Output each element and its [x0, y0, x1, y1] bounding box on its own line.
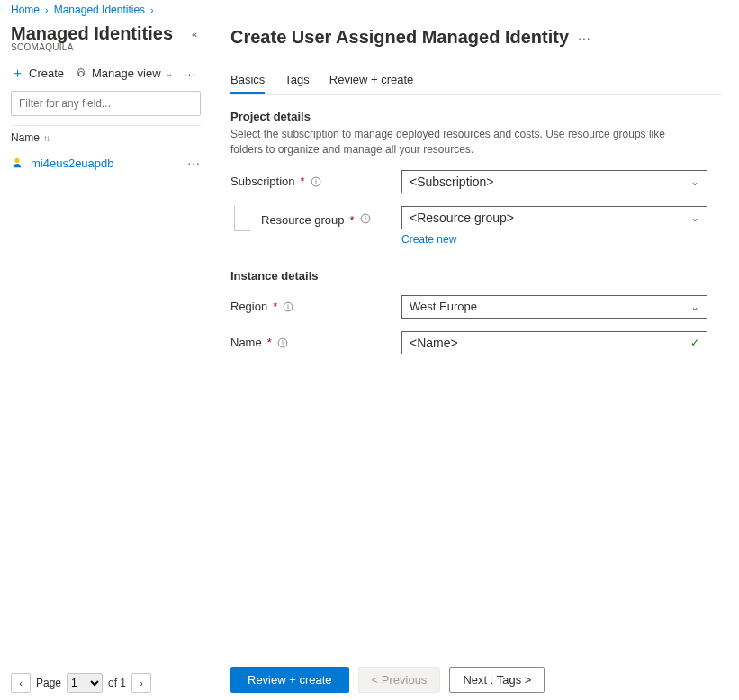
filter-input[interactable]: [11, 91, 201, 116]
chevron-down-icon: ⌄: [690, 211, 699, 224]
crumb-home[interactable]: Home: [11, 4, 40, 16]
tab-tags[interactable]: Tags: [284, 67, 309, 94]
svg-text:i: i: [315, 178, 317, 184]
filter-container: [11, 91, 201, 116]
resource-group-select[interactable]: <Resource group> ⌄: [401, 206, 707, 229]
create-label: Create: [29, 67, 64, 80]
svg-text:i: i: [282, 339, 284, 346]
page-title: Create User Assigned Managed Identity ··…: [230, 27, 721, 48]
list-header[interactable]: Name ↑↓: [11, 125, 201, 148]
svg-text:i: i: [288, 303, 290, 310]
of-label: of 1: [108, 677, 126, 689]
title-more-icon[interactable]: ···: [578, 31, 591, 45]
section-instance-details: Instance details: [230, 269, 721, 283]
chevron-right-icon: ›: [149, 4, 156, 15]
manage-view-button[interactable]: Manage view ⌄: [75, 67, 173, 80]
region-field: Region * i West Europe ⌄: [230, 295, 721, 319]
create-new-link[interactable]: Create new: [401, 233, 456, 246]
region-label: Region: [230, 300, 267, 313]
resource-group-value: <Resource group>: [410, 211, 514, 225]
footer-buttons: Review + create < Previous Next : Tags >: [230, 654, 721, 693]
section-project-details: Project details: [230, 110, 721, 123]
create-button[interactable]: ＋ Create: [11, 65, 64, 82]
directory-name: SCOMAQUILA: [11, 42, 201, 52]
subscription-value: <Subscription>: [410, 175, 493, 189]
name-column: Name: [11, 131, 40, 144]
pager: ‹ Page 1 of 1 ›: [11, 664, 201, 693]
next-page-button[interactable]: ›: [131, 673, 151, 693]
required-icon: *: [350, 213, 355, 227]
page-label: Page: [36, 677, 61, 689]
sort-down-icon: ↓: [46, 133, 50, 143]
tab-basics[interactable]: Basics: [230, 67, 265, 94]
info-icon[interactable]: i: [283, 301, 293, 312]
previous-button: < Previous: [358, 667, 441, 693]
project-help-text: Select the subscription to manage deploy…: [230, 127, 698, 157]
manage-view-label: Manage view: [92, 67, 161, 80]
page-select[interactable]: 1: [67, 673, 103, 693]
sidebar: Managed Identities « SCOMAQUILA ＋ Create…: [0, 20, 212, 700]
chevron-down-icon: ⌄: [166, 68, 173, 78]
region-select[interactable]: West Europe ⌄: [401, 295, 707, 319]
sidebar-title: Managed Identities: [11, 23, 173, 44]
main-panel: Create User Assigned Managed Identity ··…: [212, 20, 739, 700]
info-icon[interactable]: i: [360, 213, 371, 224]
tab-review[interactable]: Review + create: [329, 67, 414, 94]
tree-line: [234, 206, 250, 231]
svg-text:i: i: [365, 215, 366, 221]
list-item[interactable]: mi4eus2euapdb ···: [11, 148, 201, 177]
collapse-icon[interactable]: «: [188, 25, 201, 43]
info-icon[interactable]: i: [277, 337, 288, 348]
prev-page-button[interactable]: ‹: [11, 673, 31, 693]
review-create-button[interactable]: Review + create: [230, 667, 349, 693]
sidebar-toolbar: ＋ Create Manage view ⌄ ···: [11, 65, 201, 82]
gear-icon: [75, 67, 87, 80]
title-text: Create User Assigned Managed Identity: [230, 27, 569, 48]
required-icon: *: [267, 336, 272, 349]
subscription-label: Subscription: [230, 175, 295, 188]
plus-icon: ＋: [11, 65, 24, 82]
chevron-down-icon: ⌄: [690, 175, 699, 188]
name-input[interactable]: <Name> ✓: [401, 331, 707, 354]
resource-group-label: Resource group: [261, 213, 345, 227]
required-icon: *: [301, 175, 305, 188]
crumb-managed-identities[interactable]: Managed Identities: [54, 4, 145, 16]
identity-icon: [11, 157, 23, 169]
info-icon[interactable]: i: [311, 176, 321, 187]
breadcrumb: Home › Managed Identities ›: [0, 0, 739, 20]
chevron-right-icon: ›: [43, 4, 50, 15]
tabs: Basics Tags Review + create: [230, 67, 721, 94]
name-label: Name: [230, 336, 262, 349]
region-value: West Europe: [410, 300, 477, 313]
next-button[interactable]: Next : Tags >: [449, 667, 545, 693]
row-more-icon[interactable]: ···: [187, 156, 201, 170]
subscription-select[interactable]: <Subscription> ⌄: [401, 170, 707, 193]
resource-group-field: Resource group * i <Resource group> ⌄ Cr…: [230, 206, 721, 246]
svg-point-0: [14, 158, 19, 163]
name-field: Name * i <Name> ✓: [230, 331, 721, 354]
more-icon[interactable]: ···: [184, 67, 197, 81]
check-icon: ✓: [690, 337, 699, 349]
required-icon: *: [273, 300, 277, 313]
name-value: <Name>: [410, 336, 458, 350]
chevron-down-icon: ⌄: [690, 301, 699, 313]
list-item-label: mi4eus2euapdb: [31, 157, 114, 170]
subscription-field: Subscription * i <Subscription> ⌄: [230, 170, 721, 193]
